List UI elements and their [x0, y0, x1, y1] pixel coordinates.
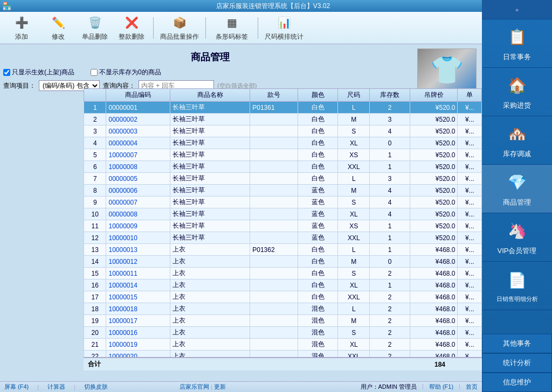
footer-total-stock: 184 [434, 361, 478, 368]
cell-color: 白色 [298, 114, 338, 125]
status-skin[interactable]: 切换皮肤 [84, 383, 108, 391]
cell-size: XL [338, 137, 370, 149]
cell-num: 5 [84, 149, 106, 161]
right-panel: » 📋 日常事务 🏠 采购进货 🏘️ 库存调减 💎 商品管理 🦄 VIP会员管理… [482, 0, 552, 392]
show-active-checkbox[interactable]: 只显示生效(上架)商品 [3, 68, 74, 77]
filter-row-1: 只显示生效(上架)商品 不显示库存为0的商品 [3, 68, 417, 77]
cell-style: P01361 [250, 102, 298, 114]
cell-style [250, 232, 298, 244]
goods-mgmt-label: 商品管理 [503, 198, 531, 207]
cell-color: 蓝色 [298, 220, 338, 232]
table-row[interactable]: 15 10000011 上衣 白色 S 2 ¥468.0 ¥... [84, 268, 482, 279]
status-calculator[interactable]: 计算器 [47, 383, 65, 391]
table-row[interactable]: 22 10000020 上衣 混色 XXL 2 ¥468.0 ¥... [84, 351, 482, 358]
table-row[interactable]: 21 10000019 上衣 混色 XL 2 ¥468.0 ¥... [84, 339, 482, 351]
cell-price: ¥520.0 [410, 102, 458, 114]
batch-op-button[interactable]: 📦 商品批量操作 [158, 14, 201, 42]
vip-button[interactable]: 🦄 VIP会员管理 [482, 213, 552, 262]
cell-name: 长袖三叶草 [170, 125, 250, 137]
cell-code: 00000001 [106, 102, 170, 114]
cell-num: 2 [84, 114, 106, 125]
cell-name: 上衣 [170, 256, 250, 268]
stats-analysis-button[interactable]: 统计分析 [482, 353, 552, 373]
delete-single-icon: 🗑️ [86, 15, 104, 31]
cell-color: 蓝色 [298, 185, 338, 197]
cell-size: M [338, 256, 370, 268]
table-row[interactable]: 5 10000007 长袖三叶草 白色 XS 1 ¥520.0 ¥... [84, 149, 482, 161]
table-row[interactable]: 3 00000003 长袖三叶草 白色 S 4 ¥520.0 ¥... [84, 125, 482, 137]
stats-analysis-label: 统计分析 [503, 358, 531, 368]
batch-op-label: 商品批量操作 [160, 32, 199, 41]
status-home[interactable]: 首页 [466, 383, 478, 391]
cell-price: ¥520.0 [410, 137, 458, 149]
table-row[interactable]: 7 00000005 长袖三叶草 白色 L 3 ¥520.0 ¥... [84, 173, 482, 185]
table-row[interactable]: 16 10000014 上衣 白色 XL 1 ¥468.0 ¥... [84, 279, 482, 291]
cell-stock: 4 [370, 197, 410, 208]
main-content-area: 商品管理 👕 只显示生效(上架)商品 不显示库存为0的商品 查询项目： (编码/… [0, 44, 482, 381]
table-scroll-container[interactable]: 商品编码 商品名称 款号 颜色 尺码 库存数 吊牌价 单 1 00000001 … [84, 88, 482, 357]
goods-mgmt-button[interactable]: 💎 商品管理 [482, 165, 552, 213]
cell-num: 21 [84, 339, 106, 351]
table-row[interactable]: 6 10000008 长袖三叶草 白色 XXL 1 ¥520.0 ¥... [84, 161, 482, 173]
delete-single-button[interactable]: 🗑️ 单品删除 [78, 14, 112, 42]
cell-name: 长袖三叶草 [170, 208, 250, 220]
table-row[interactable]: 9 00000007 长袖三叶草 蓝色 S 4 ¥520.0 ¥... [84, 197, 482, 208]
daily-sales-button[interactable]: 📄 日销售明细分析 [482, 262, 552, 310]
cell-code: 10000007 [106, 149, 170, 161]
size-stat-button[interactable]: 📊 尺码横排统计 [263, 14, 306, 42]
hide-zero-stock-checkbox[interactable]: 不显示库存为0的商品 [91, 68, 161, 77]
daily-affairs-button[interactable]: 📋 日常事务 [482, 19, 552, 68]
table-row[interactable]: 19 10000017 上衣 混色 M 2 ¥468.0 ¥... [84, 315, 482, 327]
table-row[interactable]: 20 10000016 上衣 混色 S 2 ¥468.0 ¥... [84, 327, 482, 339]
cell-code: 00000002 [106, 114, 170, 125]
edit-button[interactable]: ✏️ 修改 [41, 14, 75, 42]
info-maintain-button[interactable]: 信息维护 [482, 373, 552, 392]
table-row[interactable]: 12 10000010 长袖三叶草 蓝色 XXL 1 ¥520.0 ¥... [84, 232, 482, 244]
cell-name: 上衣 [170, 315, 250, 327]
cell-price: ¥520.0 [410, 161, 458, 173]
status-user: 用户：ADMIN 管理员 [361, 383, 417, 391]
cell-code: 10000010 [106, 232, 170, 244]
table-row[interactable]: 18 10000018 上衣 混色 L 2 ¥468.0 ¥... [84, 303, 482, 315]
cell-size: XL [338, 208, 370, 220]
table-row[interactable]: 8 00000006 长袖三叶草 蓝色 M 4 ¥520.0 ¥... [84, 185, 482, 197]
table-row[interactable]: 2 00000002 长袖三叶草 白色 M 3 ¥520.0 ¥... [84, 114, 482, 125]
cell-color: 白色 [298, 137, 338, 149]
cell-num: 8 [84, 185, 106, 197]
delete-all-button[interactable]: ❌ 整款删除 [114, 14, 149, 42]
status-website[interactable]: 店家乐官网 [180, 383, 209, 390]
add-button[interactable]: ➕ 添加 [4, 14, 39, 42]
table-row[interactable]: 10 00000008 长袖三叶草 蓝色 XL 4 ¥520.0 ¥... [84, 208, 482, 220]
hide-zero-stock-input[interactable] [91, 69, 98, 76]
cell-style [250, 149, 298, 161]
status-screen[interactable]: 屏幕 (F4) [4, 383, 29, 391]
table-row[interactable]: 14 10000012 上衣 白色 M 0 ¥468.0 ¥... [84, 256, 482, 268]
cell-size: L [338, 303, 370, 315]
cell-stock: 3 [370, 173, 410, 185]
status-help[interactable]: 帮助 (F1) [429, 383, 453, 391]
cell-color: 白色 [298, 173, 338, 185]
table-row[interactable]: 17 10000015 上衣 白色 XXL 2 ¥468.0 ¥... [84, 291, 482, 303]
table-row[interactable]: 13 10000013 上衣 P01362 白色 L 1 ¥468.0 ¥... [84, 244, 482, 256]
other-affairs-button[interactable]: 其他事务 [482, 334, 552, 353]
hide-zero-stock-label: 不显示库存为0的商品 [99, 68, 161, 77]
edit-label: 修改 [52, 32, 65, 41]
cell-price: ¥520.0 [410, 173, 458, 185]
cell-name: 上衣 [170, 268, 250, 279]
table-row[interactable]: 11 10000009 长袖三叶草 蓝色 XS 1 ¥520.0 ¥... [84, 220, 482, 232]
cell-price: ¥468.0 [410, 256, 458, 268]
right-panel-bottom: 其他事务 统计分析 信息维护 [482, 334, 552, 392]
purchase-button[interactable]: 🏠 采购进货 [482, 68, 552, 116]
vip-icon: 🦄 [505, 219, 529, 243]
table-row[interactable]: 1 00000001 长袖三叶草 P01361 白色 L 2 ¥520.0 ¥.… [84, 102, 482, 114]
cell-name: 长袖三叶草 [170, 232, 250, 244]
show-active-input[interactable] [3, 69, 10, 76]
barcode-button[interactable]: ▦ 条形码标签 [210, 14, 253, 42]
inventory-button[interactable]: 🏘️ 库存调减 [482, 116, 552, 165]
cell-stock: 2 [370, 351, 410, 358]
table-body: 1 00000001 长袖三叶草 P01361 白色 L 2 ¥520.0 ¥.… [84, 102, 482, 358]
status-update[interactable]: 更新 [214, 383, 226, 390]
table-row[interactable]: 4 00000004 长袖三叶草 白色 XL 0 ¥520.0 ¥... [84, 137, 482, 149]
delete-single-label: 单品删除 [82, 32, 108, 41]
cell-size: XXL [338, 351, 370, 358]
